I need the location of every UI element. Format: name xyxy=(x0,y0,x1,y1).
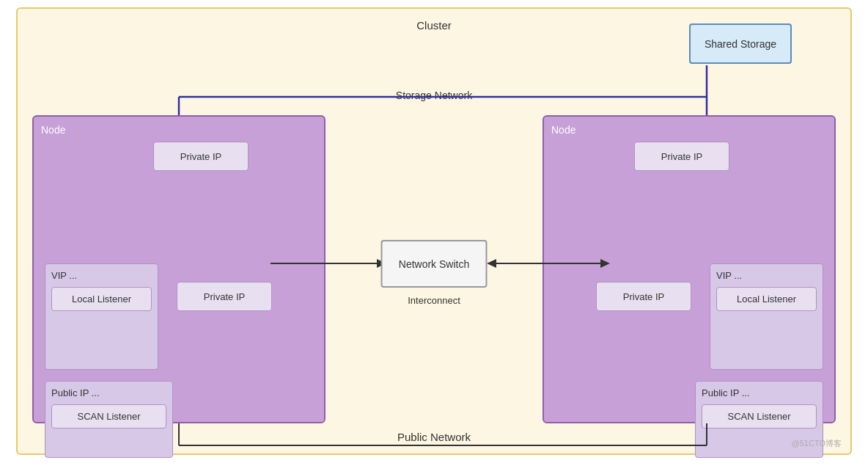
node-left-vip-label: VIP ... xyxy=(51,270,152,281)
node-right-label: Node xyxy=(551,124,827,136)
node-left-private-ip-mid: Private IP xyxy=(177,282,272,311)
node-left-public-ip-area: Public IP ... SCAN Listener xyxy=(45,381,173,458)
node-right-vip-label: VIP ... xyxy=(716,270,817,281)
shared-storage-label: Shared Storage xyxy=(705,38,776,50)
node-left-vip-area: VIP ... Local Listener xyxy=(45,263,158,370)
watermark: @51CTO博客 xyxy=(792,438,842,449)
cluster-container: Cluster Shared Storage Storage Network xyxy=(16,7,852,455)
storage-network-label: Storage Network xyxy=(396,90,472,101)
node-right-public-ip-label: Public IP ... xyxy=(702,387,817,398)
node-right-vip-area: VIP ... Local Listener xyxy=(710,263,823,370)
node-right-local-listener: Local Listener xyxy=(716,287,817,311)
public-network-label: Public Network xyxy=(397,431,471,443)
cluster-label: Cluster xyxy=(416,19,452,32)
network-switch-box: Network Switch xyxy=(381,240,488,288)
node-left-public-ip-label: Public IP ... xyxy=(51,387,166,398)
node-left-label: Node xyxy=(41,124,317,136)
node-left: Node Private IP VIP ... Local Listener P… xyxy=(32,115,326,423)
node-right-private-ip-mid: Private IP xyxy=(596,282,691,311)
shared-storage-box: Shared Storage xyxy=(689,23,792,64)
node-right-scan-listener: SCAN Listener xyxy=(702,404,817,429)
node-right: Node Private IP VIP ... Local Listener P… xyxy=(542,115,836,423)
node-left-local-listener: Local Listener xyxy=(51,287,152,311)
interconnect-label: Interconnect xyxy=(408,295,460,306)
node-left-scan-listener: SCAN Listener xyxy=(51,404,166,429)
svg-marker-8 xyxy=(487,259,496,268)
node-left-private-ip-top: Private IP xyxy=(153,142,249,171)
node-right-private-ip-top: Private IP xyxy=(634,142,729,171)
